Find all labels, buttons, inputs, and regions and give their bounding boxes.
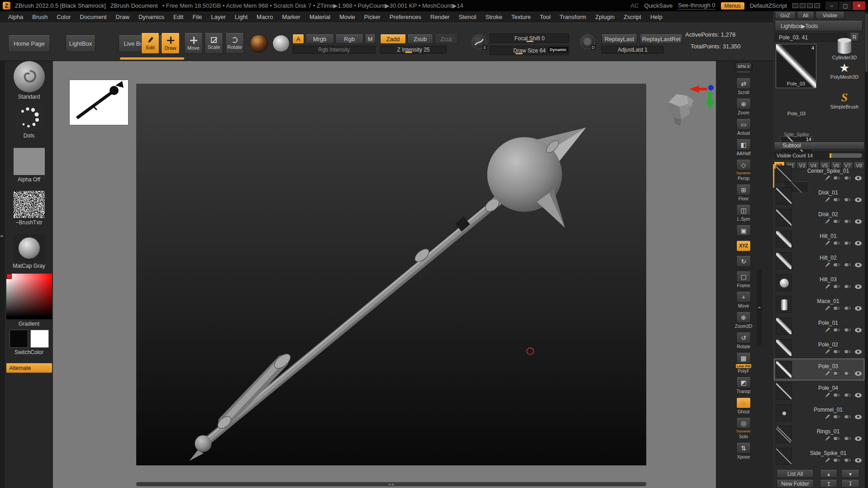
- paint-brush-icon[interactable]: [825, 284, 830, 289]
- paint-brush-icon[interactable]: [825, 241, 830, 246]
- replay-last-rel-button[interactable]: ReplayLastRel: [640, 34, 682, 44]
- stroke-picker-icon[interactable]: S: [472, 34, 486, 49]
- paint-brush-icon[interactable]: [825, 393, 830, 398]
- subtool-row[interactable]: Mace_01: [774, 294, 864, 315]
- subtool-row[interactable]: Hilt_03: [774, 272, 864, 294]
- paint-brush-icon[interactable]: [825, 414, 830, 419]
- lightbox-tools-button[interactable]: Lightbox▶Tools: [775, 21, 863, 31]
- polypaint-toggle[interactable]: [833, 458, 841, 462]
- paint-brush-icon[interactable]: [825, 306, 830, 311]
- menus-toggle-button[interactable]: Menus: [721, 2, 744, 9]
- lightbox-button[interactable]: LightBox: [66, 35, 95, 52]
- persp-button[interactable]: ◇: [736, 160, 751, 171]
- quicksave-button[interactable]: QuickSave: [644, 2, 672, 9]
- visible-count-slider[interactable]: Visible Count 14: [774, 152, 864, 159]
- paint-brush-icon[interactable]: [825, 262, 830, 267]
- camera-gizmo[interactable]: [661, 82, 720, 135]
- stroke-slot-dots[interactable]: Dots: [5, 104, 53, 139]
- visibility-eye-icon[interactable]: [855, 306, 862, 311]
- uv-toggle[interactable]: [844, 176, 852, 180]
- spix-slider[interactable]: SPix 3: [735, 63, 752, 69]
- lightbox-slider[interactable]: [120, 57, 184, 60]
- mrgb-button[interactable]: Mrgb: [305, 34, 334, 44]
- polypaint-toggle[interactable]: [833, 306, 841, 310]
- subtool-thumbnail[interactable]: [776, 426, 792, 443]
- visibility-eye-icon[interactable]: [855, 219, 862, 224]
- uv-toggle[interactable]: [844, 198, 852, 202]
- anchor-a-button[interactable]: A: [292, 34, 304, 44]
- visibility-eye-icon[interactable]: [855, 436, 862, 441]
- rgb-button[interactable]: Rgb: [335, 34, 363, 44]
- rotate3d-button[interactable]: ↺: [736, 332, 751, 343]
- uv-toggle[interactable]: [844, 263, 852, 267]
- alpha-picker-icon[interactable]: D: [580, 34, 595, 49]
- draw-mode-button[interactable]: Draw: [161, 33, 180, 54]
- polypaint-toggle[interactable]: [833, 241, 841, 245]
- zsub-button[interactable]: Zsub: [407, 34, 433, 44]
- visibility-eye-icon[interactable]: [855, 415, 862, 419]
- visibility-eye-icon[interactable]: [855, 371, 862, 376]
- menu-item[interactable]: Document: [75, 11, 111, 23]
- polypaint-toggle[interactable]: [833, 350, 841, 354]
- subtool-thumbnail[interactable]: [776, 383, 792, 400]
- subtool-row[interactable]: Disk_01: [774, 185, 864, 207]
- menu-item[interactable]: Layer: [206, 11, 230, 23]
- subtool-thumbnail[interactable]: [776, 317, 792, 335]
- subtool-row[interactable]: Hilt_01: [774, 228, 864, 250]
- main-color-swatch[interactable]: [10, 330, 28, 348]
- menu-item[interactable]: Transform: [555, 11, 591, 23]
- switch-color-control[interactable]: SwitchColor: [5, 330, 53, 355]
- polypaint-toggle[interactable]: [833, 436, 841, 441]
- visibility-eye-icon[interactable]: [855, 284, 862, 289]
- saturation-value-square[interactable]: [6, 274, 52, 319]
- document-viewport[interactable]: [136, 84, 646, 465]
- subtool-section-header[interactable]: Subtool: [774, 142, 864, 150]
- move-3d-button[interactable]: +: [736, 292, 751, 303]
- actual-size-button[interactable]: ▭: [736, 119, 751, 130]
- active-tool-thumbnail[interactable]: 4 Pole_03: [776, 44, 816, 88]
- polypaint-toggle[interactable]: [833, 328, 841, 332]
- zadd-button[interactable]: Zadd: [380, 34, 406, 44]
- close-button[interactable]: ×: [853, 1, 865, 10]
- subtool-thumbnail[interactable]: [776, 231, 792, 248]
- list-all-button[interactable]: List All: [777, 470, 814, 478]
- edit-mode-button[interactable]: Edit: [141, 33, 159, 54]
- subtool-row[interactable]: Pole_02: [774, 337, 864, 359]
- uv-toggle[interactable]: [844, 219, 852, 223]
- subtool-thumbnail[interactable]: [776, 166, 792, 183]
- polypaint-toggle[interactable]: [833, 263, 841, 267]
- alpha-off-icon[interactable]: [14, 148, 45, 175]
- goz-button[interactable]: GoZ: [775, 12, 796, 19]
- uv-toggle[interactable]: [844, 436, 852, 441]
- scroll-button[interactable]: ⇄: [736, 78, 751, 89]
- scroll-left-arrow[interactable]: ◂: [388, 482, 390, 486]
- uv-toggle[interactable]: [844, 306, 852, 310]
- polypaint-toggle[interactable]: [833, 415, 841, 419]
- subtool-row[interactable]: Pole_04: [774, 380, 864, 402]
- menu-item[interactable]: Dynamics: [134, 11, 169, 23]
- menu-item[interactable]: Help: [646, 11, 667, 23]
- vertical-splitter[interactable]: ◂▸: [757, 269, 762, 346]
- subtool-down-button[interactable]: ▼: [841, 470, 859, 478]
- zoom-button[interactable]: ⊕: [736, 99, 751, 109]
- subtool-row[interactable]: Pole_01: [774, 315, 864, 337]
- material-slot-matcap-gray[interactable]: MatCap Gray: [5, 234, 53, 269]
- local-transform-button[interactable]: ▣: [736, 225, 751, 236]
- zcut-button[interactable]: Zcut: [434, 34, 458, 44]
- subtool-thumbnail[interactable]: [776, 361, 792, 378]
- subtool-thumbnail[interactable]: [776, 187, 792, 204]
- menu-item[interactable]: Texture: [507, 11, 535, 23]
- paint-brush-icon[interactable]: [825, 175, 830, 180]
- polypaint-toggle[interactable]: [833, 371, 841, 375]
- menu-item[interactable]: Tool: [535, 11, 555, 23]
- folder-up-button[interactable]: ↥: [820, 480, 837, 488]
- transparency-button[interactable]: ◩: [736, 377, 751, 388]
- standard-brush-icon[interactable]: [14, 61, 45, 92]
- subtool-thumbnail[interactable]: [776, 252, 792, 270]
- cylinder3d-tool[interactable]: Cylinder3D: [823, 39, 866, 60]
- polypaint-toggle[interactable]: [833, 393, 841, 397]
- polyframe-button[interactable]: ▦: [736, 353, 751, 364]
- visibility-eye-icon[interactable]: [855, 458, 862, 463]
- menu-item[interactable]: Color: [52, 11, 75, 23]
- matcap-gray-icon[interactable]: [14, 234, 45, 261]
